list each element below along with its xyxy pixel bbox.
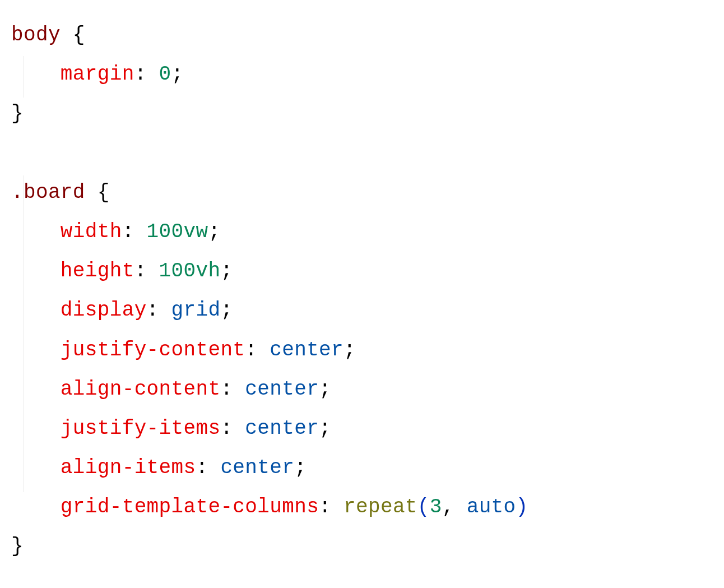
semicolon: ; — [294, 456, 307, 479]
semicolon: ; — [220, 299, 233, 322]
css-argument-keyword: auto — [454, 496, 516, 518]
colon: : — [220, 378, 233, 401]
css-argument-number: 3 — [430, 496, 442, 518]
colon: : — [134, 63, 147, 86]
indent — [11, 299, 61, 322]
colon: : — [147, 299, 159, 322]
css-value-keyword: center — [257, 339, 344, 362]
semicolon: ; — [319, 417, 331, 440]
close-brace: } — [11, 102, 24, 125]
css-value-keyword: center — [233, 417, 319, 440]
css-value-number: 0 — [147, 63, 171, 86]
semicolon: ; — [319, 378, 331, 401]
css-value-number: 100vh — [147, 260, 221, 283]
semicolon: ; — [208, 220, 220, 243]
css-property: display — [61, 299, 147, 322]
css-property: grid-template-columns — [61, 496, 319, 518]
indent — [11, 63, 61, 86]
css-property: margin — [61, 63, 134, 86]
colon: : — [245, 339, 257, 362]
paren-open: ( — [417, 496, 430, 518]
css-selector: .board — [11, 181, 85, 204]
css-property: align-items — [61, 456, 196, 479]
indent — [11, 417, 61, 440]
css-function: repeat — [331, 496, 417, 518]
css-property: justify-items — [61, 417, 221, 440]
css-code-editor[interactable]: body { margin: 0; } .board { width: 100v… — [11, 16, 713, 567]
close-brace: } — [11, 535, 24, 558]
open-brace: { — [61, 24, 85, 47]
css-property: width — [61, 220, 122, 243]
semicolon: ; — [171, 63, 184, 86]
semicolon: ; — [344, 339, 356, 362]
indent-guide — [24, 175, 24, 492]
indent — [11, 220, 61, 243]
colon: : — [122, 220, 134, 243]
indent — [11, 339, 61, 362]
colon: : — [196, 456, 208, 479]
indent — [11, 456, 61, 479]
colon: : — [220, 417, 233, 440]
paren-close: ) — [516, 496, 528, 518]
css-value-keyword: grid — [159, 299, 221, 322]
css-value-number: 100vw — [134, 220, 208, 243]
css-property: align-content — [61, 378, 221, 401]
colon: : — [319, 496, 331, 518]
css-selector: body — [11, 24, 61, 47]
colon: : — [134, 260, 147, 283]
open-brace: { — [85, 181, 110, 204]
indent — [11, 496, 61, 518]
indent — [11, 378, 61, 401]
css-value-keyword: center — [208, 456, 294, 479]
css-value-keyword: center — [233, 378, 319, 401]
comma: , — [442, 496, 454, 518]
indent — [11, 260, 61, 283]
css-property: justify-content — [61, 339, 245, 362]
semicolon: ; — [220, 260, 233, 283]
css-property: height — [61, 260, 134, 283]
indent-guide — [24, 56, 24, 98]
